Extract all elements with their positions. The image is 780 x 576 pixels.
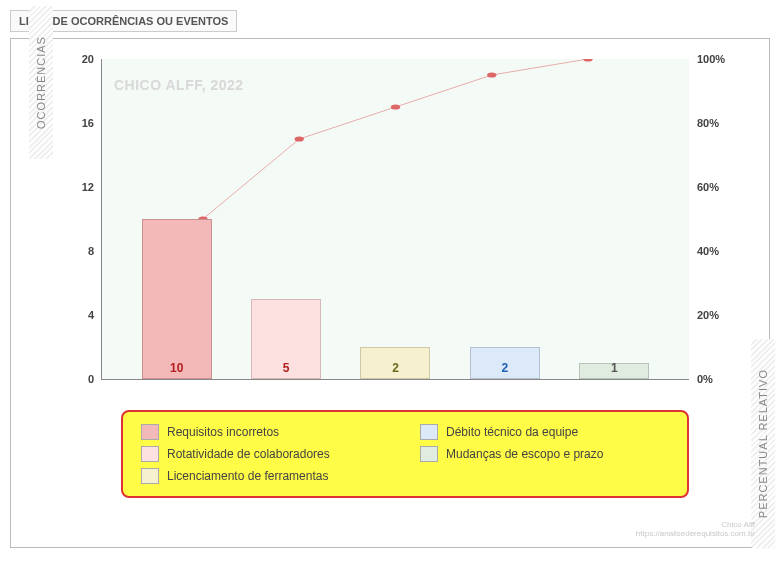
legend-label: Requisitos incorretos <box>167 425 279 439</box>
bar-wrap: 2 <box>360 347 430 379</box>
plot-area: CHICO ALFF, 2022 105221 0481216200%20%40… <box>101 59 689 380</box>
legend-label: Mudanças de escopo e prazo <box>446 447 603 461</box>
legend-item: Débito técnico da equipe <box>420 424 669 440</box>
ytick-left: 12 <box>82 181 102 193</box>
bar-value-label: 5 <box>283 361 290 375</box>
legend: Requisitos incorretosDébito técnico da e… <box>121 410 689 498</box>
ytick-left: 8 <box>88 245 102 257</box>
ytick-left: 16 <box>82 117 102 129</box>
ytick-right: 20% <box>689 309 719 321</box>
chart-frame: OCORRÊNCIAS PERCENTUAL RELATIVO CHICO AL… <box>10 38 770 548</box>
legend-swatch <box>420 424 438 440</box>
legend-label: Débito técnico da equipe <box>446 425 578 439</box>
legend-item: Rotatividade de colaboradores <box>141 446 390 462</box>
credit-url: https://analisederequisitos.com.br <box>636 529 755 539</box>
bar-wrap: 5 <box>251 299 321 379</box>
legend-swatch <box>141 468 159 484</box>
legend-item: Licenciamento de ferramentas <box>141 468 390 484</box>
bar-value-label: 10 <box>170 361 183 375</box>
ytick-left: 0 <box>88 373 102 385</box>
legend-item: Mudanças de escopo e prazo <box>420 446 669 462</box>
ytick-right: 80% <box>689 117 719 129</box>
bar-value-label: 1 <box>611 361 618 375</box>
legend-swatch <box>141 424 159 440</box>
bar-value-label: 2 <box>502 361 509 375</box>
legend-item: Requisitos incorretos <box>141 424 390 440</box>
footer-credit: Chico Alff https://analisederequisitos.c… <box>636 520 755 539</box>
bar <box>142 219 212 379</box>
legend-swatch <box>420 446 438 462</box>
credit-name: Chico Alff <box>636 520 755 530</box>
y-axis-right-label: PERCENTUAL RELATIVO <box>751 339 775 548</box>
ytick-left: 4 <box>88 309 102 321</box>
bar-wrap: 1 <box>579 363 649 379</box>
legend-label: Rotatividade de colaboradores <box>167 447 330 461</box>
bar-value-label: 2 <box>392 361 399 375</box>
bars-container: 105221 <box>102 59 689 379</box>
legend-swatch <box>141 446 159 462</box>
y-axis-left-label: OCORRÊNCIAS <box>29 6 53 159</box>
ytick-right: 60% <box>689 181 719 193</box>
legend-label: Licenciamento de ferramentas <box>167 469 328 483</box>
ytick-right: 100% <box>689 53 725 65</box>
bar-wrap: 2 <box>470 347 540 379</box>
ytick-left: 20 <box>82 53 102 65</box>
ytick-right: 40% <box>689 245 719 257</box>
bar-wrap: 10 <box>142 219 212 379</box>
ytick-right: 0% <box>689 373 713 385</box>
